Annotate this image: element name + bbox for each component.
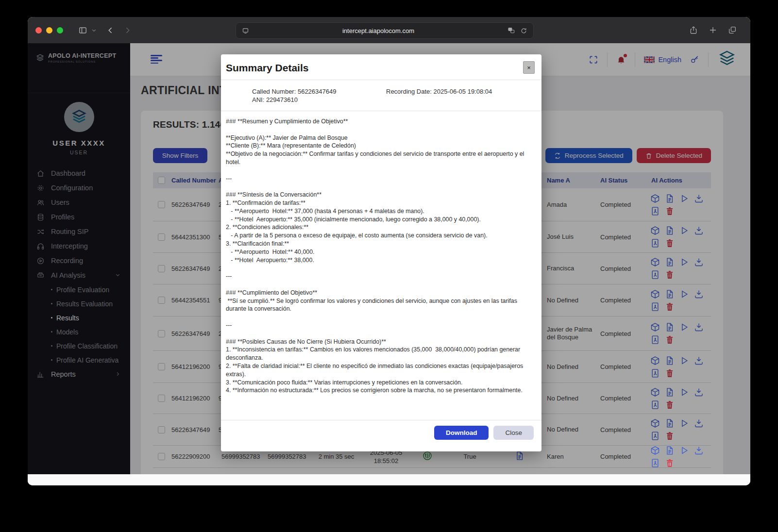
minimize-window-button[interactable]	[46, 27, 52, 33]
tab-overview-icon[interactable]	[728, 26, 737, 34]
titlebar-right-icons	[689, 26, 737, 34]
meta-recording-date: Recording Date: 2025-06-05 19:08:04	[386, 87, 492, 96]
reload-icon[interactable]	[520, 27, 527, 34]
modal-header: Summary Details ×	[221, 54, 541, 80]
browser-titlebar: intercept.aiapolocom.com	[28, 17, 750, 43]
meta-ani: ANI: 229473610	[252, 96, 541, 104]
address-bar[interactable]: intercept.aiapolocom.com	[236, 22, 534, 39]
summary-details-modal: Summary Details × Called Number: 5622634…	[221, 54, 541, 451]
back-icon[interactable]	[106, 26, 115, 34]
trash-icon[interactable]	[665, 458, 675, 468]
browser-window: intercept.aiapolocom.com	[28, 17, 750, 485]
pdf-file-icon[interactable]	[650, 458, 660, 468]
modal-close-x-button[interactable]: ×	[523, 61, 535, 74]
play-icon[interactable]	[679, 446, 689, 455]
chevron-down-icon[interactable]	[91, 28, 97, 33]
download-icon[interactable]	[694, 446, 704, 455]
forward-icon[interactable]	[123, 26, 132, 34]
modal-summary-text: ### **Resumen y Cumplimiento de Objetivo…	[221, 111, 541, 420]
close-button[interactable]: Close	[493, 426, 534, 440]
modal-meta: Called Number: 56226347649 ANI: 22947361…	[221, 80, 541, 111]
traffic-lights	[35, 27, 68, 33]
share-icon[interactable]	[689, 26, 698, 34]
screen: intercept.aiapolocom.com	[0, 0, 778, 532]
ai-actions-cell	[648, 444, 711, 470]
modal-title: Summary Details	[226, 62, 308, 73]
sidebar-toggle-icon[interactable]	[78, 26, 87, 35]
url-text: intercept.aiapolocom.com	[249, 27, 507, 34]
zoom-window-button[interactable]	[57, 27, 63, 33]
modal-footer: Download Close	[221, 420, 541, 445]
action-icons	[648, 444, 704, 470]
translate-icon[interactable]	[507, 27, 515, 34]
download-button[interactable]: Download	[434, 426, 489, 440]
website-icon	[242, 27, 249, 34]
file-icon[interactable]	[665, 446, 675, 455]
page-footer-strip	[28, 474, 750, 485]
cube-icon[interactable]	[650, 446, 660, 455]
close-window-button[interactable]	[35, 27, 42, 33]
new-tab-icon[interactable]	[709, 26, 717, 34]
